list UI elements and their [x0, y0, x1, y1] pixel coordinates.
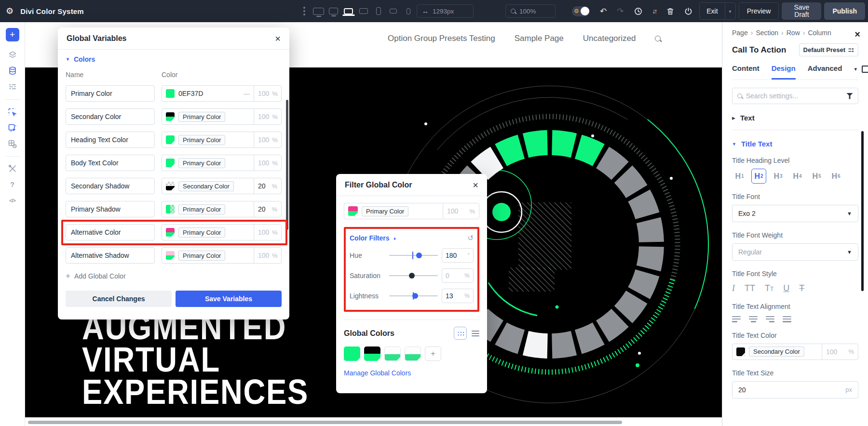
- color-swatch[interactable]: [166, 135, 175, 144]
- opacity-field[interactable]: 100 %: [254, 132, 282, 148]
- color-swatch[interactable]: [166, 228, 175, 237]
- slider-handle[interactable]: [416, 253, 422, 258]
- color-swatch[interactable]: [166, 182, 175, 190]
- close-icon[interactable]: ×: [275, 34, 281, 43]
- opacity-field[interactable]: 20 %: [254, 201, 282, 217]
- device-view-icon[interactable]: [386, 4, 400, 18]
- slider-value-field[interactable]: 180 °: [442, 248, 474, 263]
- breadcrumb-link[interactable]: Section: [756, 29, 778, 37]
- color-swatch[interactable]: [166, 112, 175, 121]
- list-view-icon[interactable]: [472, 331, 479, 336]
- colors-section-toggle[interactable]: ▼ Colors: [66, 55, 282, 63]
- global-color-swatch[interactable]: [344, 346, 360, 361]
- layers-icon[interactable]: [6, 48, 19, 62]
- variable-color-field[interactable]: Primary Color: [162, 155, 254, 171]
- horizontal-scrollbar[interactable]: [28, 421, 622, 424]
- linked-color-chip[interactable]: Primary Color: [178, 251, 225, 261]
- save-draft-button[interactable]: Save Draft: [782, 2, 821, 20]
- device-view-icon[interactable]: [326, 4, 340, 18]
- device-view-icon[interactable]: [371, 4, 385, 18]
- zoom-field[interactable]: 100%: [505, 4, 556, 18]
- heading-level-button[interactable]: H1: [732, 169, 747, 184]
- settings-tab[interactable]: Content: [732, 64, 760, 80]
- heading-level-button[interactable]: H5: [809, 169, 824, 184]
- variable-name-input[interactable]: Body Text Color: [66, 155, 155, 171]
- settings-tab[interactable]: Advanced: [808, 64, 842, 80]
- variable-color-field[interactable]: Primary Color: [162, 201, 254, 217]
- variable-name-input[interactable]: Secondary Shadow: [66, 178, 155, 194]
- exit-dropdown-caret[interactable]: ▾: [725, 3, 735, 19]
- text-section-toggle[interactable]: ▶ Text: [732, 106, 858, 130]
- save-variables-button[interactable]: Save Variables: [176, 291, 282, 307]
- filter-slider[interactable]: [389, 250, 438, 261]
- database-variables-icon[interactable]: [6, 64, 19, 78]
- variable-color-field[interactable]: 0EF37D —: [162, 85, 254, 102]
- linked-color-chip[interactable]: Primary Color: [178, 227, 225, 238]
- slider-handle[interactable]: [409, 273, 415, 279]
- opacity-field[interactable]: 100 %: [443, 203, 479, 219]
- variable-name-input[interactable]: Secondary Color: [66, 108, 155, 125]
- variable-color-field[interactable]: Primary Color: [162, 247, 254, 264]
- color-swatch[interactable]: [166, 251, 175, 260]
- global-color-swatch[interactable]: [364, 346, 380, 361]
- nav-link[interactable]: Sample Page: [515, 34, 564, 43]
- slider-handle[interactable]: [412, 293, 418, 299]
- manage-global-colors-link[interactable]: Manage Global Colors: [344, 369, 411, 377]
- linked-color-chip[interactable]: Primary Color: [178, 135, 225, 145]
- preview-button[interactable]: Preview: [739, 2, 779, 20]
- grid-view-icon[interactable]: [454, 327, 467, 340]
- font-style-button[interactable]: T: [799, 283, 804, 293]
- variable-name-input[interactable]: Alternative Color: [66, 224, 155, 240]
- canvas-width-field[interactable]: ↔ 1293px: [417, 4, 474, 18]
- page-settings-icon[interactable]: [6, 80, 19, 93]
- device-view-icon[interactable]: [312, 4, 326, 18]
- code-icon[interactable]: </>: [6, 194, 19, 207]
- ai-assist-toggle[interactable]: ⚙: [572, 6, 590, 16]
- linked-color-chip[interactable]: Primary Color: [178, 112, 225, 122]
- variable-name-input[interactable]: Primary Shadow: [66, 201, 155, 217]
- title-text-section-toggle[interactable]: ▼ Title Text: [732, 132, 858, 156]
- reset-filters-icon[interactable]: ↺: [467, 234, 474, 242]
- add-module-button[interactable]: +: [6, 28, 19, 41]
- linked-color-chip[interactable]: Secondary Color: [178, 181, 234, 191]
- slider-value-field[interactable]: 0 %: [442, 268, 474, 283]
- default-preset-button[interactable]: Default Preset: [799, 43, 858, 56]
- sort-layers-icon[interactable]: ↓↑: [652, 8, 656, 14]
- opacity-field[interactable]: 100 %: [822, 344, 858, 360]
- linked-color-chip[interactable]: Secondary Color: [749, 346, 804, 357]
- font-style-button[interactable]: U: [783, 283, 789, 293]
- device-view-icon[interactable]: [401, 4, 415, 18]
- variable-color-field[interactable]: Secondary Color: [162, 178, 254, 194]
- more-options-icon[interactable]: •••: [303, 6, 306, 16]
- breadcrumb-link[interactable]: Row: [787, 29, 800, 37]
- slider-value-field[interactable]: 13 %: [442, 289, 474, 303]
- variable-color-field[interactable]: Primary Color: [162, 224, 254, 240]
- global-color-swatch[interactable]: [405, 346, 421, 361]
- tools-icon[interactable]: [6, 162, 19, 175]
- hover-select-icon[interactable]: [6, 105, 19, 119]
- filter-slider[interactable]: [389, 270, 438, 281]
- add-color-button[interactable]: +: [425, 346, 441, 361]
- text-align-button[interactable]: [783, 316, 791, 322]
- text-align-button[interactable]: [749, 316, 758, 322]
- breadcrumb-link[interactable]: Page: [732, 29, 748, 37]
- linked-color-chip[interactable]: Primary Color: [178, 158, 225, 168]
- title-text-size-field[interactable]: 20 px: [732, 381, 858, 399]
- search-settings-input[interactable]: [746, 92, 842, 100]
- nav-link[interactable]: Option Group Presets Testing: [388, 34, 495, 43]
- help-icon[interactable]: ?: [6, 178, 19, 191]
- opacity-field[interactable]: 100 %: [254, 108, 282, 125]
- font-style-button[interactable]: TT: [765, 283, 773, 293]
- site-search-icon[interactable]: [655, 36, 661, 41]
- close-icon[interactable]: ×: [854, 29, 860, 40]
- settings-tab[interactable]: Design: [772, 64, 796, 80]
- settings-gear-icon[interactable]: ⚙: [6, 7, 14, 15]
- linked-color-chip[interactable]: Primary Color: [178, 204, 225, 214]
- opacity-field[interactable]: 100 %: [254, 85, 282, 102]
- linked-color-chip[interactable]: Primary Color: [362, 206, 408, 216]
- selected-color-field[interactable]: Primary Color: [344, 203, 443, 219]
- redo-icon[interactable]: ↷: [617, 7, 624, 15]
- filter-funnel-icon[interactable]: [846, 93, 853, 99]
- undo-icon[interactable]: ↶: [600, 7, 607, 15]
- color-swatch[interactable]: [166, 89, 175, 98]
